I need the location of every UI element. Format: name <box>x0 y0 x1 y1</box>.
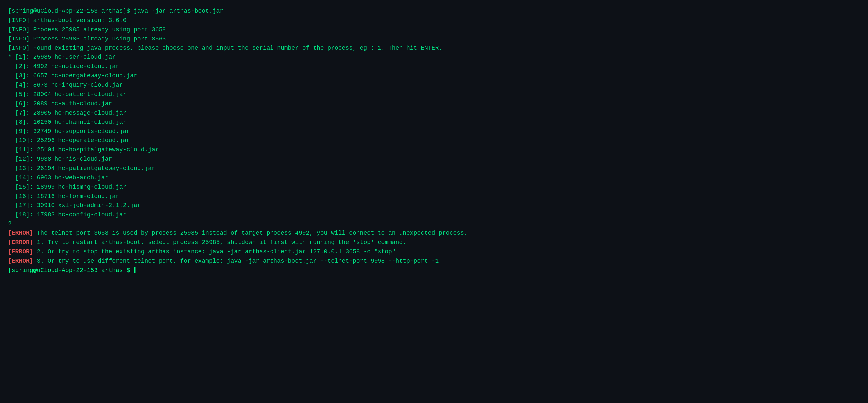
error-label: [ERROR] <box>8 248 33 255</box>
error-text: 3. Or try to use different telnet port, … <box>33 258 439 264</box>
terminal-line-7: [3]: 6657 hc-opergateway-cloud.jar <box>8 71 860 81</box>
terminal-line-3: [INFO] Process 25985 already using port … <box>8 35 860 44</box>
error-label: [ERROR] <box>8 230 33 236</box>
terminal-line-13: [9]: 32749 hc-supports-cloud.jar <box>8 127 860 136</box>
terminal-line-12: [8]: 10250 hc-channel-cloud.jar <box>8 118 860 127</box>
terminal-line-4: [INFO] Found existing java process, plea… <box>8 44 860 53</box>
terminal-line-1: [INFO] arthas-boot version: 3.6.0 <box>8 16 860 25</box>
terminal: [spring@uCloud-App-22-153 arthas]$ java … <box>8 7 860 275</box>
error-text: 2. Or try to stop the existing arthas in… <box>33 248 396 255</box>
terminal-line-9: [5]: 28004 hc-patient-cloud.jar <box>8 90 860 99</box>
terminal-line-25: [ERROR] 1. Try to restart arthas-boot, s… <box>8 238 860 247</box>
terminal-line-0: [spring@uCloud-App-22-153 arthas]$ java … <box>8 7 860 16</box>
terminal-line-15: [11]: 25104 hc-hospitalgateway-cloud.jar <box>8 145 860 155</box>
terminal-line-21: [17]: 30910 xxl-job-admin-2.1.2.jar <box>8 201 860 210</box>
error-text: 1. Try to restart arthas-boot, select pr… <box>33 239 406 246</box>
terminal-line-11: [7]: 28905 hc-message-cloud.jar <box>8 108 860 118</box>
terminal-line-23: 2 <box>8 220 860 229</box>
terminal-line-28: [spring@uCloud-App-22-153 arthas]$ ▌ <box>8 266 860 275</box>
terminal-line-10: [6]: 2089 hc-auth-cloud.jar <box>8 99 860 108</box>
terminal-line-27: [ERROR] 3. Or try to use different telne… <box>8 257 860 266</box>
terminal-line-18: [14]: 6963 hc-web-arch.jar <box>8 173 860 182</box>
terminal-line-24: [ERROR] The telnet port 3658 is used by … <box>8 229 860 238</box>
error-label: [ERROR] <box>8 239 33 246</box>
terminal-line-22: [18]: 17983 hc-config-cloud.jar <box>8 210 860 220</box>
terminal-line-17: [13]: 26194 hc-patientgateway-cloud.jar <box>8 164 860 173</box>
error-label: [ERROR] <box>8 258 33 264</box>
terminal-line-5: * [1]: 25985 hc-user-cloud.jar <box>8 53 860 62</box>
terminal-line-26: [ERROR] 2. Or try to stop the existing a… <box>8 247 860 257</box>
terminal-line-8: [4]: 8673 hc-inquiry-cloud.jar <box>8 81 860 90</box>
terminal-line-6: [2]: 4992 hc-notice-cloud.jar <box>8 62 860 71</box>
terminal-line-20: [16]: 18716 hc-form-cloud.jar <box>8 192 860 201</box>
terminal-line-19: [15]: 18999 hc-hismng-cloud.jar <box>8 182 860 192</box>
terminal-line-16: [12]: 9938 hc-his-cloud.jar <box>8 155 860 164</box>
terminal-line-2: [INFO] Process 25985 already using port … <box>8 25 860 35</box>
error-text: The telnet port 3658 is used by process … <box>33 230 468 236</box>
terminal-line-14: [10]: 25296 hc-operate-cloud.jar <box>8 136 860 145</box>
